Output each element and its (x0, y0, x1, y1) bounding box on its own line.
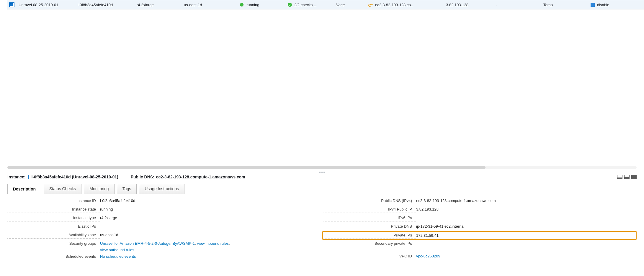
value-scheduled-events: No scheduled events (100, 253, 321, 260)
cell-monitoring: disable (597, 3, 624, 7)
label-scheduled-events: Scheduled events (7, 253, 100, 260)
row-availability-zone: Availability zone us-east-1d (7, 232, 321, 240)
header-separator-icon (28, 175, 29, 179)
label-instance-state: Instance state (7, 206, 100, 213)
header-dns-value: ec2-3-82-193-128.compute-1.amazonaws.com (156, 175, 245, 179)
row-security-groups: Security groups Unravel for Amazon EMR-4… (7, 240, 321, 253)
cell-dash: - (496, 3, 543, 7)
value-instance-id: i-0f8b3a45afefe410d (100, 198, 321, 204)
label-instance-id: Instance ID (7, 198, 100, 204)
pane-minimize-icon[interactable] (617, 175, 622, 179)
details-pane: Instance: i-0f8b3a45afefe410d (Unravel-0… (7, 175, 637, 262)
sg-sep2: . (229, 241, 230, 246)
tab-tags[interactable]: Tags (117, 184, 137, 194)
link-scheduled-events[interactable]: No scheduled events (100, 254, 136, 259)
details-header: Instance: i-0f8b3a45afefe410d (Unravel-0… (7, 175, 637, 182)
row-public-dns: Public DNS (IPv4) ec2-3-82-193-128.compu… (323, 198, 637, 206)
pane-maximize-icon[interactable] (631, 175, 637, 179)
tab-monitoring[interactable]: Monitoring (84, 184, 114, 194)
value-instance-state: running (100, 206, 321, 213)
label-security-groups: Security groups (7, 240, 100, 247)
label-elastic-ips: Elastic IPs (7, 223, 100, 230)
state-dot-icon (240, 3, 243, 6)
tab-status-checks[interactable]: Status Checks (44, 184, 81, 194)
description-body: Instance ID i-0f8b3a45afefe410d Instance… (7, 194, 637, 262)
label-vpc-id: VPC ID (323, 253, 416, 259)
row-instance-id: Instance ID i-0f8b3a45afefe410d (7, 198, 321, 206)
key-icon (368, 2, 373, 7)
value-private-dns: ip-172-31-59-41.ec2.internal (416, 223, 637, 230)
link-vpc-id[interactable]: vpc-6c263209 (416, 254, 440, 258)
description-right-column: Public DNS (IPv4) ec2-3-82-193-128.compu… (323, 198, 637, 262)
row-secondary-private-ips: Secondary private IPs (323, 240, 637, 249)
label-private-ips: Private IPs (323, 232, 416, 239)
details-tabs: Description Status Checks Monitoring Tag… (7, 183, 637, 194)
horizontal-scrollbar[interactable] (7, 165, 637, 169)
instance-row[interactable]: Unravel-08-25-2019-01 i-0f8b3a45afefe410… (7, 0, 644, 9)
pane-restore-icon[interactable] (624, 175, 630, 179)
pane-resize-grip[interactable] (7, 172, 637, 173)
header-dns-label: Public DNS: (131, 175, 154, 179)
row-ipv6: IPv6 IPs - (323, 215, 637, 223)
value-vpc-id: vpc-6c263209 (416, 253, 637, 259)
cell-alarm: None (336, 3, 368, 7)
scrollbar-thumb[interactable] (7, 166, 486, 169)
row-scheduled-events: Scheduled events No scheduled events (7, 253, 321, 262)
cell-state: running (246, 3, 288, 7)
value-security-groups: Unravel for Amazon EMR-4-5-2-0-AutogenBy… (100, 240, 321, 253)
cell-instance-id: i-0f8b3a45afefe410d (78, 3, 137, 7)
row-elastic-ips: Elastic IPs (7, 223, 321, 232)
value-availability-zone: us-east-1d (100, 232, 321, 238)
value-public-dns: ec2-3-82-193-128.compute-1.amazonaws.com (416, 198, 637, 204)
status-check-icon: ✓ (288, 3, 292, 7)
header-instance-label: Instance: (7, 175, 25, 179)
label-instance-type: Instance type (7, 215, 100, 221)
description-left-column: Instance ID i-0f8b3a45afefe410d Instance… (7, 198, 321, 262)
cell-name: Unravel-08-25-2019-01 (19, 3, 78, 7)
label-secondary-private-ips: Secondary private IPs (323, 240, 416, 247)
row-checkbox[interactable] (9, 2, 14, 7)
row-private-ips-highlighted: Private IPs 172.31.59.41 (322, 231, 637, 240)
label-public-ip: IPv4 Public IP (323, 206, 416, 213)
label-private-dns: Private DNS (323, 223, 416, 230)
row-instance-type: Instance type r4.2xlarge (7, 215, 321, 223)
label-availability-zone: Availability zone (7, 232, 100, 239)
value-instance-type: r4.2xlarge (100, 215, 321, 221)
row-private-dns: Private DNS ip-172-31-59-41.ec2.internal (323, 223, 637, 232)
link-security-group[interactable]: Unravel for Amazon EMR-4-5-2-0-AutogenBy… (100, 241, 195, 246)
header-instance-value: i-0f8b3a45afefe410d (Unravel-08-25-2019-… (31, 175, 118, 179)
link-view-outbound-rules[interactable]: view outbound rules (100, 248, 134, 252)
cell-status: 2/2 checks … (294, 3, 336, 7)
row-instance-state: Instance state running (7, 206, 321, 215)
row-public-ip: IPv4 Public IP 3.82.193.128 (323, 206, 637, 215)
label-public-dns: Public DNS (IPv4) (323, 198, 416, 204)
pane-size-controls (617, 175, 637, 179)
value-public-ip: 3.82.193.128 (416, 206, 637, 213)
row-vpc-id: VPC ID vpc-6c263209 (323, 253, 637, 261)
value-private-ips: 172.31.59.41 (416, 232, 635, 239)
tab-usage-instructions[interactable]: Usage Instructions (139, 184, 184, 194)
cell-public-dns: ec2-3-82-193-128.co… (375, 3, 446, 7)
cell-az: us-east-1d (184, 3, 240, 7)
link-view-inbound-rules[interactable]: view inbound rules (197, 241, 229, 246)
label-ipv6: IPv6 IPs (323, 215, 416, 221)
monitoring-square-icon (591, 3, 595, 7)
cell-instance-type: r4.2xlarge (137, 3, 184, 7)
cell-tag: Temp (543, 3, 591, 7)
cell-public-ip: 3.82.193.128 (446, 3, 496, 7)
value-ipv6: - (416, 215, 637, 221)
tab-description[interactable]: Description (7, 184, 41, 194)
